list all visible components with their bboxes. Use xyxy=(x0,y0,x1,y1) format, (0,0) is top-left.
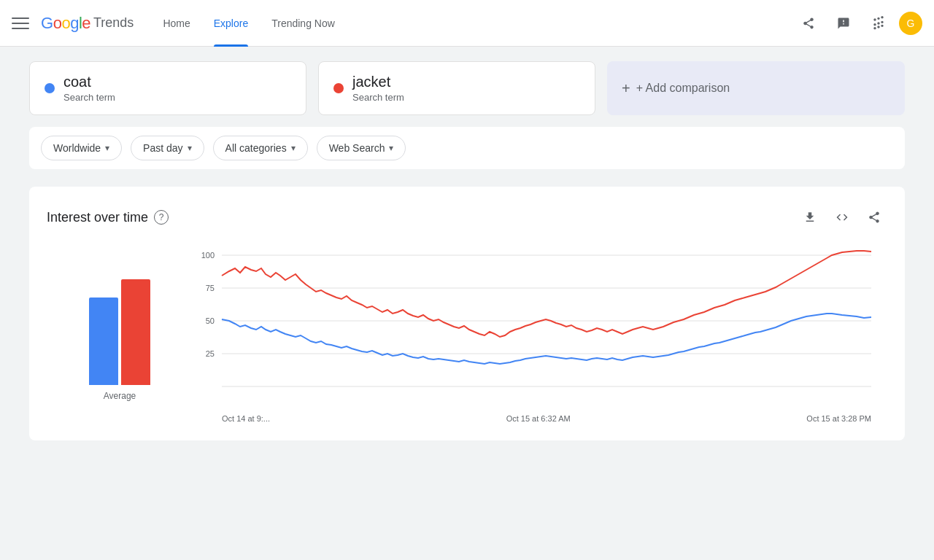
line-chart-svg: 100 75 50 25 xyxy=(193,248,879,408)
menu-button[interactable] xyxy=(12,15,29,32)
svg-text:25: 25 xyxy=(206,349,215,358)
coat-term-type: Search term xyxy=(63,92,115,103)
chart-actions xyxy=(797,204,887,230)
nav-trending[interactable]: Trending Now xyxy=(260,0,347,47)
feedback-button[interactable] xyxy=(829,9,858,38)
logo-trends-label: Trends xyxy=(93,15,134,31)
filter-web-search[interactable]: Web Search ▾ xyxy=(317,136,406,160)
filter-worldwide-label: Worldwide xyxy=(53,142,101,154)
chart-section: Interest over time ? xyxy=(29,187,905,440)
average-bars xyxy=(89,254,150,385)
search-term-jacket[interactable]: jacket Search term xyxy=(318,61,595,115)
bar-average-label: Average xyxy=(104,391,136,401)
filters-row: Worldwide ▾ Past day ▾ All categories ▾ … xyxy=(29,127,905,169)
websearch-chevron: ▾ xyxy=(389,143,393,153)
apps-button[interactable] xyxy=(864,9,893,38)
user-avatar[interactable]: G xyxy=(899,12,922,35)
bar-coat xyxy=(89,298,118,385)
nav-home[interactable]: Home xyxy=(151,0,201,47)
chart-title: Interest over time xyxy=(47,210,148,225)
filter-pastday-label: Past day xyxy=(143,142,182,154)
nav-explore[interactable]: Explore xyxy=(202,0,260,47)
coat-term-name: coat xyxy=(63,74,115,90)
add-comparison-label: + Add comparison xyxy=(636,82,730,95)
logo: Google Trends xyxy=(41,14,134,33)
jacket-term-name: jacket xyxy=(352,74,404,90)
coat-dot xyxy=(45,83,55,93)
chart-left-bars: Average xyxy=(47,248,193,423)
filter-past-day[interactable]: Past day ▾ xyxy=(131,136,204,160)
search-term-coat[interactable]: coat Search term xyxy=(29,61,306,115)
bar-jacket xyxy=(121,279,150,385)
add-comparison-button[interactable]: + + Add comparison xyxy=(607,61,905,115)
worldwide-chevron: ▾ xyxy=(105,143,109,153)
x-axis-labels: Oct 14 at 9:... Oct 15 at 6:32 AM Oct 15… xyxy=(193,411,879,423)
jacket-dot xyxy=(333,83,344,93)
x-label-2: Oct 15 at 6:32 AM xyxy=(506,414,571,423)
chart-header: Interest over time ? xyxy=(47,204,887,230)
main-content: coat Search term jacket Search term + + … xyxy=(0,47,934,455)
header-actions: G xyxy=(794,9,922,38)
x-label-1: Oct 14 at 9:... xyxy=(222,414,270,423)
filter-all-categories[interactable]: All categories ▾ xyxy=(213,136,308,160)
search-terms-row: coat Search term jacket Search term + + … xyxy=(29,61,905,115)
svg-text:75: 75 xyxy=(206,284,215,292)
header: Google Trends Home Explore Trending Now … xyxy=(0,0,934,47)
embed-button[interactable] xyxy=(829,204,855,230)
chart-right-lines: 100 75 50 25 Oct 14 at 9:... Oct 15 at 6… xyxy=(193,248,887,423)
add-icon: + xyxy=(622,80,630,97)
svg-text:50: 50 xyxy=(206,316,215,325)
jacket-term-type: Search term xyxy=(352,92,404,103)
main-nav: Home Explore Trending Now xyxy=(151,0,794,47)
x-label-3: Oct 15 at 3:28 PM xyxy=(806,414,871,423)
chart-share-button[interactable] xyxy=(861,204,887,230)
filter-websearch-label: Web Search xyxy=(329,142,385,154)
filter-categories-label: All categories xyxy=(225,142,287,154)
chart-area: Average 100 75 50 xyxy=(47,248,887,423)
categories-chevron: ▾ xyxy=(291,143,296,153)
help-icon[interactable]: ? xyxy=(154,210,169,225)
filter-worldwide[interactable]: Worldwide ▾ xyxy=(41,136,122,160)
pastday-chevron: ▾ xyxy=(188,143,192,153)
download-button[interactable] xyxy=(797,204,823,230)
share-button[interactable] xyxy=(794,9,823,38)
svg-text:100: 100 xyxy=(201,251,215,260)
